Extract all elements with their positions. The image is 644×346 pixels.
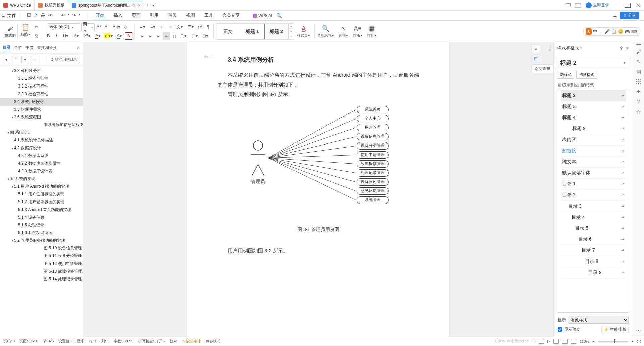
sidebar-toggle-icon[interactable]: ≡ bbox=[531, 44, 540, 53]
tree-item[interactable]: 3.3.1 经济可行性 bbox=[0, 75, 83, 82]
tab-member[interactable]: 会员专享 bbox=[218, 11, 244, 20]
style-list-item[interactable]: 超链接a bbox=[561, 146, 626, 157]
change-case-icon[interactable]: Aa▾ bbox=[111, 23, 121, 31]
rail-favorite-icon[interactable]: ☆ bbox=[636, 109, 641, 115]
ime-clipboard-icon[interactable]: 📋 bbox=[611, 29, 616, 34]
tab-refresh-icon[interactable]: ⟳ bbox=[132, 3, 136, 8]
menu-icon[interactable]: ≡ bbox=[2, 13, 5, 18]
zoom-level[interactable]: 110% bbox=[580, 339, 589, 343]
tree-item[interactable]: 5.1.4 设备信息 bbox=[0, 214, 83, 221]
sort-icon[interactable]: ↕A bbox=[196, 23, 204, 31]
status-words[interactable]: 字数: 13095 bbox=[114, 339, 133, 344]
window-maximize-icon[interactable] bbox=[625, 3, 631, 8]
font-color-button[interactable]: A▾ bbox=[93, 32, 103, 40]
shading-icon[interactable]: ▢▾ bbox=[190, 32, 200, 40]
document-tab[interactable]: springboot基于Android的固...⟳✕ bbox=[68, 1, 144, 10]
rail-layers-icon[interactable]: ▤ bbox=[636, 69, 641, 75]
tree-item[interactable]: 5.1.2 用户登录界面的实现 bbox=[0, 198, 83, 206]
bold-button[interactable]: B bbox=[45, 32, 52, 40]
status-missing-font[interactable]: 缺失字体 bbox=[182, 339, 201, 344]
line-spacing-icon[interactable]: ⇅▾ bbox=[179, 32, 189, 40]
font-size-select[interactable]: 四号 bbox=[81, 23, 95, 31]
style-list-item[interactable]: 目录 5↵ bbox=[561, 223, 626, 234]
cut-icon[interactable]: ✂ bbox=[33, 23, 40, 31]
ime-emoji-icon[interactable]: 🙂 bbox=[618, 29, 623, 34]
zoom-out-icon[interactable]: − bbox=[592, 339, 594, 343]
highlight-button[interactable]: ab▾ bbox=[104, 32, 114, 40]
save-icon[interactable]: 🖫 bbox=[26, 13, 31, 19]
sort-group[interactable]: A≡排版▾ bbox=[351, 21, 364, 42]
style-list-item[interactable]: 目录 1↵ bbox=[561, 179, 626, 190]
tree-item[interactable]: 4.2.3 数据库设计表 bbox=[0, 167, 83, 175]
number-list-icon[interactable]: ≡▾ bbox=[148, 23, 158, 31]
tab-tools[interactable]: 工具 bbox=[200, 11, 217, 20]
paper-check-button[interactable]: 论文查重 bbox=[531, 64, 553, 73]
bullet-list-icon[interactable]: ≣▾ bbox=[137, 23, 147, 31]
gallery-down-icon[interactable]: ▾ bbox=[289, 29, 294, 34]
grow-font-icon[interactable]: A⁺ bbox=[95, 23, 103, 31]
outline-close-icon[interactable]: ✕ bbox=[77, 44, 80, 52]
tree-item[interactable]: 图 5-11 设备分类管理... bbox=[0, 252, 83, 260]
show-marks-icon[interactable]: ¶ bbox=[204, 23, 212, 31]
rail-brush-icon[interactable]: 🖌 bbox=[636, 49, 641, 55]
rail-more-icon[interactable]: ⋯ bbox=[636, 327, 641, 333]
tree-item[interactable]: ▾5.2 管理员服务端功能的实现 bbox=[0, 237, 83, 244]
ime-keyboard-icon[interactable]: ⌨ bbox=[631, 29, 638, 34]
tree-item[interactable]: 4.2.1 数据库系统 bbox=[0, 152, 83, 160]
ime-game-icon[interactable]: 🎮 bbox=[625, 29, 630, 34]
tree-item[interactable]: ▾5.1 用户 Android 端功能的实现 bbox=[0, 183, 83, 190]
app-tab-templates[interactable]: 找稻壳模板 bbox=[35, 1, 68, 10]
rail-select-icon[interactable]: ↖ bbox=[636, 59, 641, 65]
window-close-icon[interactable] bbox=[635, 3, 641, 8]
format-painter-icon[interactable]: 🖌 bbox=[7, 25, 13, 32]
style-set-group[interactable]: A̲样式集▾ bbox=[295, 21, 312, 42]
style-list-item[interactable]: 目录 4↵ bbox=[561, 212, 626, 223]
italic-button[interactable]: I bbox=[53, 32, 60, 40]
distribute-icon[interactable]: ⫿⫿ bbox=[171, 32, 178, 40]
undo-dropdown[interactable]: ▾ bbox=[68, 13, 69, 19]
zoom-slider[interactable] bbox=[598, 341, 628, 342]
view-print-layout-icon[interactable] bbox=[539, 339, 544, 344]
tree-item[interactable]: 4.1 系统设计总体描述 bbox=[0, 136, 83, 144]
tree-item[interactable]: ▾四 系统设计 bbox=[0, 129, 83, 136]
document-viewport[interactable]: ⋮≡ ≡ ⊡ 论文查重 H₂⋮⋮ 3.4 系统用例分析 本系统采用前后端分离的方… bbox=[83, 42, 553, 337]
style-list-item[interactable]: 目录 2↵ bbox=[561, 190, 626, 201]
find-group[interactable]: 🔍查找替换▾ bbox=[315, 21, 336, 42]
ime-mode[interactable]: 中 bbox=[593, 28, 597, 35]
auto-layout-button[interactable]: ⚡智能排版 bbox=[601, 326, 629, 333]
outline-tab-find[interactable]: 查找和替换 bbox=[37, 44, 57, 52]
outline-add-icon[interactable]: + bbox=[21, 56, 29, 63]
sogou-logo-icon[interactable]: S bbox=[586, 28, 592, 35]
status-spellcheck[interactable]: 拼写检查: 打开 ▾ bbox=[138, 339, 165, 344]
style-list-item[interactable]: 表内容↵ bbox=[561, 134, 626, 146]
tab-menu-button[interactable]: ▾ bbox=[150, 3, 156, 8]
tree-item[interactable]: ▾3.3 可行性分析 bbox=[0, 67, 83, 75]
tree-item[interactable]: ▾五 系统的实现 bbox=[0, 175, 83, 183]
align-left-icon[interactable]: ≡ bbox=[139, 32, 146, 40]
style-list-item[interactable]: 目录 9↵ bbox=[561, 267, 626, 278]
outline-tab-toc[interactable]: 目录 bbox=[3, 43, 11, 52]
text-direction-icon[interactable]: 文▾ bbox=[175, 23, 185, 31]
outline-tab-chapter[interactable]: 章节 bbox=[14, 44, 22, 52]
plagiarism-icon[interactable]: ⊡ bbox=[531, 54, 540, 63]
show-preview-checkbox[interactable] bbox=[558, 327, 562, 332]
tab-insert[interactable]: 插入 bbox=[110, 11, 126, 20]
new-tab-button[interactable]: ＋ bbox=[144, 2, 150, 8]
tab-reference[interactable]: 引用 bbox=[146, 11, 163, 20]
style-list-item[interactable]: 标题 9↵ bbox=[561, 123, 626, 134]
paste-icon[interactable]: 📋 bbox=[22, 24, 29, 31]
char-spacing-icon[interactable]: ☰▾ bbox=[185, 23, 196, 31]
status-pages[interactable]: 页面: 12/50 bbox=[19, 339, 38, 344]
view-outline-icon[interactable] bbox=[562, 339, 568, 344]
view-play-icon[interactable]: ▷ bbox=[547, 339, 550, 343]
pin-icon[interactable]: ⚲ bbox=[620, 46, 623, 50]
style-list-item[interactable]: 标题 4↵ bbox=[561, 112, 626, 123]
tab-review[interactable]: 审阅 bbox=[164, 11, 181, 20]
rail-photo-icon[interactable]: 🖼 bbox=[636, 79, 641, 84]
tree-item[interactable]: 5.1.1 用户注册界面的实现 bbox=[0, 190, 83, 198]
align-justify-icon[interactable]: ≡ bbox=[163, 32, 170, 40]
outline-expand-icon[interactable]: ▾ bbox=[3, 56, 10, 63]
login-link[interactable]: 立即登录 bbox=[586, 2, 609, 8]
tree-item[interactable]: 3.3.3 社会可行性 bbox=[0, 90, 83, 98]
rail-tools-icon[interactable]: ✚ bbox=[636, 89, 641, 95]
